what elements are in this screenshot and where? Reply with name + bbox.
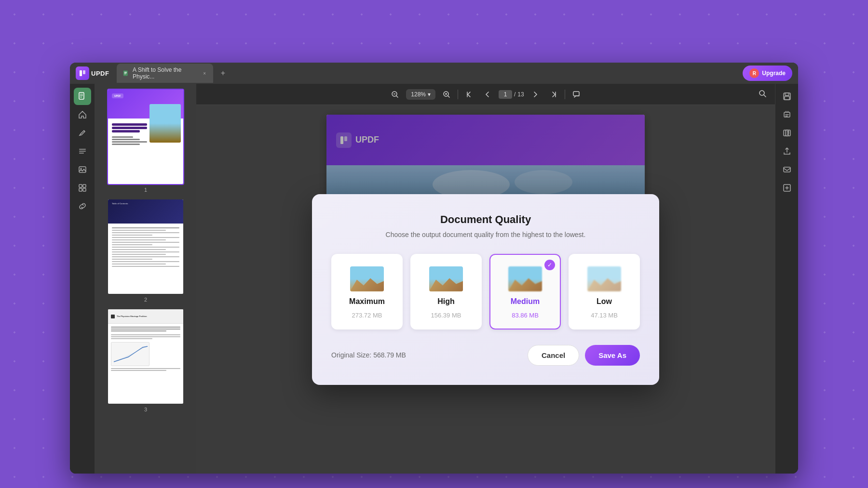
document-quality-dialog: Document Quality Choose the output docum… xyxy=(312,194,659,385)
sidebar-item-pages[interactable] xyxy=(74,88,91,105)
svg-rect-17 xyxy=(79,188,82,191)
svg-rect-13 xyxy=(79,167,86,172)
toolbar-divider-2 xyxy=(565,90,565,99)
sidebar-item-list[interactable] xyxy=(74,143,91,160)
sidebar-item-link[interactable] xyxy=(74,198,91,215)
pdf-area: UPDF xyxy=(196,105,775,474)
updf-logo: UPDF xyxy=(76,66,109,80)
svg-rect-8 xyxy=(80,95,83,96)
svg-rect-1 xyxy=(83,70,85,74)
page-total: 13 xyxy=(517,91,524,98)
quality-name-medium: Medium xyxy=(511,297,540,306)
svg-rect-11 xyxy=(79,151,86,152)
tab-icon xyxy=(122,70,129,77)
svg-rect-3 xyxy=(124,72,127,72)
page-number-input[interactable] xyxy=(499,90,512,99)
svg-line-30 xyxy=(764,95,766,97)
left-sidebar xyxy=(70,84,95,474)
zoom-dropdown-icon: ▾ xyxy=(428,91,431,98)
svg-rect-18 xyxy=(83,188,86,191)
svg-rect-10 xyxy=(79,149,86,150)
page-separator: / xyxy=(514,91,515,98)
svg-rect-4 xyxy=(124,73,127,73)
last-page-button[interactable] xyxy=(546,87,561,102)
thumbnail-number-2: 2 xyxy=(144,297,147,303)
zoom-level[interactable]: 128% ▾ xyxy=(406,89,435,100)
svg-rect-16 xyxy=(83,185,86,187)
prev-page-button[interactable] xyxy=(480,87,495,102)
right-sidebar-convert[interactable] xyxy=(778,124,796,142)
upgrade-button[interactable]: R Upgrade xyxy=(743,66,792,81)
dialog-overlay: Document Quality Choose the output docum… xyxy=(196,105,775,474)
original-size-text: Original Size: 568.79 MB xyxy=(331,351,406,359)
right-sidebar-send[interactable] xyxy=(778,161,796,178)
svg-rect-5 xyxy=(124,74,126,74)
quality-size-maximum: 273.72 MB xyxy=(352,312,382,319)
quality-preview-medium xyxy=(508,266,542,291)
next-page-button[interactable] xyxy=(528,87,542,102)
thumbnail-image-3[interactable]: The Physician Shortage Problem xyxy=(107,308,184,405)
sidebar-item-home[interactable] xyxy=(74,106,91,123)
comment-button[interactable] xyxy=(569,87,583,102)
quality-preview-low xyxy=(587,266,621,291)
toolbar-divider xyxy=(458,90,458,99)
dialog-footer: Original Size: 568.79 MB Cancel Save As xyxy=(331,345,640,366)
quality-options: Maximum 273.72 MB High 156.39 MB xyxy=(331,254,640,330)
svg-rect-9 xyxy=(80,97,82,97)
sidebar-item-edit[interactable] xyxy=(74,124,91,142)
zoom-in-button[interactable] xyxy=(439,87,454,102)
thumbnail-number-3: 3 xyxy=(144,407,147,412)
quality-card-medium[interactable]: ✓ Medium 83.86 MB xyxy=(489,254,561,330)
cancel-button[interactable]: Cancel xyxy=(528,345,579,366)
right-sidebar xyxy=(775,84,798,474)
quality-selected-checkmark: ✓ xyxy=(544,260,555,270)
right-sidebar-ocr[interactable] xyxy=(778,106,796,123)
svg-line-21 xyxy=(396,96,398,97)
thumbnail-number-1: 1 xyxy=(144,187,147,193)
svg-rect-0 xyxy=(80,70,82,76)
thumbnail-item[interactable]: The Physician Shortage Problem xyxy=(100,308,191,412)
app-window: UPDF A Shift to Solve the Physic... × + … xyxy=(70,63,798,474)
right-sidebar-save[interactable] xyxy=(778,88,796,105)
svg-rect-28 xyxy=(573,92,579,96)
svg-rect-7 xyxy=(80,94,83,94)
thumbnail-item[interactable]: Table of Contents xyxy=(100,198,191,303)
original-size-value: 568.79 MB xyxy=(373,351,406,359)
quality-card-low[interactable]: Low 47.13 MB xyxy=(569,254,640,330)
quality-size-medium: 83.86 MB xyxy=(512,312,539,319)
svg-rect-43 xyxy=(784,167,790,172)
right-sidebar-export[interactable] xyxy=(778,143,796,160)
quality-name-high: High xyxy=(437,297,455,306)
quality-preview-maximum xyxy=(350,266,384,291)
new-tab-button[interactable]: + xyxy=(217,67,229,79)
first-page-button[interactable] xyxy=(462,87,476,102)
quality-card-maximum[interactable]: Maximum 273.72 MB xyxy=(331,254,403,330)
svg-rect-38 xyxy=(785,93,789,95)
svg-rect-39 xyxy=(785,96,789,100)
right-sidebar-compress[interactable] xyxy=(778,179,796,197)
quality-card-high[interactable]: High 156.39 MB xyxy=(410,254,482,330)
quality-preview-high xyxy=(429,266,463,291)
search-button[interactable] xyxy=(758,89,767,100)
pdf-view-area: 128% ▾ xyxy=(196,84,775,474)
title-bar: UPDF A Shift to Solve the Physic... × + … xyxy=(70,63,798,84)
svg-rect-15 xyxy=(79,185,82,187)
quality-size-high: 156.39 MB xyxy=(431,312,461,319)
thumbnail-image-2[interactable]: Table of Contents xyxy=(107,198,184,295)
app-name: UPDF xyxy=(91,70,109,77)
updf-logo-icon xyxy=(76,66,89,80)
svg-line-25 xyxy=(448,96,449,97)
sidebar-item-image[interactable] xyxy=(74,161,91,178)
document-tab[interactable]: A Shift to Solve the Physic... × xyxy=(117,64,213,83)
zoom-out-button[interactable] xyxy=(388,87,402,102)
svg-rect-12 xyxy=(79,153,84,154)
upgrade-label: Upgrade xyxy=(762,70,786,77)
thumbnail-image-1[interactable]: UPDF xyxy=(107,89,184,185)
quality-name-maximum: Maximum xyxy=(349,297,385,306)
thumbnail-item[interactable]: UPDF 1 xyxy=(100,89,191,193)
sidebar-item-grid[interactable] xyxy=(74,179,91,197)
tab-title: A Shift to Solve the Physic... xyxy=(133,66,198,80)
tab-close-button[interactable]: × xyxy=(202,70,208,77)
quality-size-low: 47.13 MB xyxy=(591,312,618,319)
save-as-button[interactable]: Save As xyxy=(585,345,640,366)
